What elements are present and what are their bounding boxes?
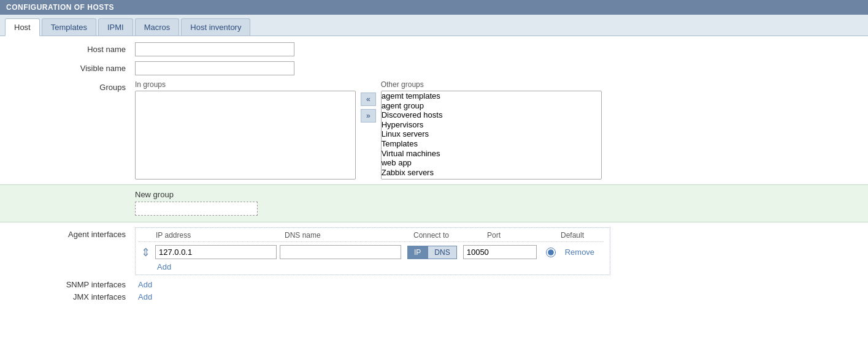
remove-link[interactable]: Remove: [565, 248, 594, 257]
in-groups-wrapper: In groups: [135, 80, 356, 180]
col-header-port: Port: [487, 231, 561, 240]
port-input[interactable]: [463, 245, 537, 259]
tab-templates[interactable]: Templates: [42, 18, 96, 36]
connect-dns-btn[interactable]: DNS: [428, 246, 456, 259]
visible-name-row: Visible name: [12, 61, 856, 75]
agent-add-wrapper: Add: [139, 262, 604, 271]
agent-interface-row: ⇕ IP DNS Remove: [139, 245, 604, 259]
tab-bar: Host Templates IPMI Macros Host inventor…: [0, 15, 868, 36]
drag-handle-icon[interactable]: ⇕: [139, 246, 152, 259]
in-groups-listbox[interactable]: [135, 91, 356, 180]
groups-section: In groups « » Other groups agemt templat…: [135, 80, 602, 180]
other-groups-label: Other groups: [381, 80, 602, 89]
col-header-ip: IP address: [156, 231, 285, 240]
agent-interfaces-box: IP address DNS name Connect to Port Defa…: [135, 227, 610, 275]
new-group-input[interactable]: [135, 202, 258, 216]
groups-label: Groups: [12, 80, 135, 92]
title-bar: CONFIGURATION OF HOSTS: [0, 0, 868, 15]
visible-name-label: Visible name: [12, 61, 135, 73]
in-groups-label: In groups: [135, 80, 356, 89]
tab-macros[interactable]: Macros: [135, 18, 180, 36]
snmp-interfaces-section: SNMP interfaces Add: [12, 280, 856, 289]
default-radio[interactable]: [546, 248, 556, 257]
connect-to-group: IP DNS: [407, 246, 457, 259]
main-content: Host name Visible name Groups In groups …: [0, 36, 868, 311]
move-left-btn[interactable]: «: [361, 93, 376, 106]
groups-row: Groups In groups « » Other groups agemt …: [12, 80, 856, 180]
new-group-section: New group: [0, 184, 868, 222]
title-text: CONFIGURATION OF HOSTS: [6, 3, 114, 12]
host-name-input[interactable]: [135, 42, 294, 56]
other-groups-wrapper: Other groups agemt templatesagent groupD…: [381, 80, 602, 180]
jmx-interfaces-label: JMX interfaces: [12, 292, 135, 301]
arrow-buttons: « »: [356, 93, 381, 123]
jmx-add-link[interactable]: Add: [135, 292, 152, 301]
host-name-row: Host name: [12, 42, 856, 56]
agent-add-link[interactable]: Add: [154, 262, 171, 271]
snmp-add-link[interactable]: Add: [135, 280, 152, 289]
host-name-label: Host name: [12, 42, 135, 54]
col-header-default: Default: [561, 231, 604, 240]
agent-interfaces-label: Agent interfaces: [12, 227, 135, 239]
dns-name-input[interactable]: [280, 245, 401, 259]
ip-address-input[interactable]: [155, 245, 277, 259]
move-right-btn[interactable]: »: [361, 109, 376, 123]
new-group-label: New group: [12, 190, 856, 199]
tab-ipmi[interactable]: IPMI: [98, 18, 133, 36]
connect-ip-btn[interactable]: IP: [407, 246, 428, 259]
interface-column-headers: IP address DNS name Connect to Port Defa…: [139, 231, 604, 242]
col-header-dns: DNS name: [285, 231, 413, 240]
tab-host-inventory[interactable]: Host inventory: [181, 18, 250, 36]
other-groups-listbox[interactable]: agemt templatesagent groupDiscovered hos…: [381, 91, 602, 180]
snmp-interfaces-label: SNMP interfaces: [12, 280, 135, 289]
col-header-connect: Connect to: [413, 231, 487, 240]
tab-host[interactable]: Host: [5, 18, 40, 36]
agent-interfaces-section: Agent interfaces IP address DNS name Con…: [12, 227, 856, 275]
visible-name-input[interactable]: [135, 61, 294, 75]
jmx-interfaces-section: JMX interfaces Add: [12, 292, 856, 301]
